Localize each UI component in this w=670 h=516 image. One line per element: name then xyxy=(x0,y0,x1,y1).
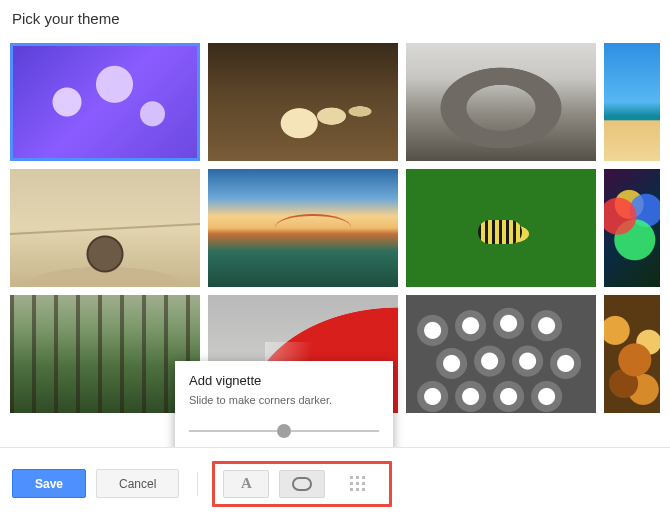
vignette-button[interactable] xyxy=(279,470,325,498)
dialog-title: Pick your theme xyxy=(12,10,658,27)
grid-icon xyxy=(350,476,366,492)
theme-desert-rock[interactable] xyxy=(10,169,200,287)
theme-jellyfish[interactable] xyxy=(10,43,200,161)
text-background-button[interactable]: A xyxy=(223,470,269,498)
vignette-slider[interactable] xyxy=(189,424,379,438)
blur-button[interactable] xyxy=(335,470,381,498)
vignette-icon xyxy=(292,477,312,491)
theme-tools-highlight: A xyxy=(212,461,392,507)
vignette-popover: Add vignette Slide to make corners darke… xyxy=(175,361,393,447)
dialog-footer: Save Cancel A xyxy=(0,447,670,507)
theme-golden-gate-bridge[interactable] xyxy=(208,169,398,287)
popover-description: Slide to make corners darker. xyxy=(189,394,379,406)
theme-forest[interactable] xyxy=(10,295,200,413)
separator xyxy=(197,472,198,496)
slider-handle[interactable] xyxy=(277,424,291,438)
letter-a-icon: A xyxy=(241,475,252,492)
theme-rock-arch[interactable] xyxy=(406,43,596,161)
theme-caterpillar[interactable] xyxy=(406,169,596,287)
cancel-button[interactable]: Cancel xyxy=(96,469,179,498)
theme-autumn-leaves[interactable] xyxy=(604,295,660,413)
dialog-header: Pick your theme xyxy=(0,0,670,39)
theme-steel-tubes[interactable] xyxy=(406,295,596,413)
theme-chess-pieces[interactable] xyxy=(208,43,398,161)
save-button[interactable]: Save xyxy=(12,469,86,498)
theme-gallery: Add vignette Slide to make corners darke… xyxy=(0,39,670,447)
popover-title: Add vignette xyxy=(189,373,379,388)
theme-bokeh-lights[interactable] xyxy=(604,169,660,287)
theme-beach[interactable] xyxy=(604,43,660,161)
